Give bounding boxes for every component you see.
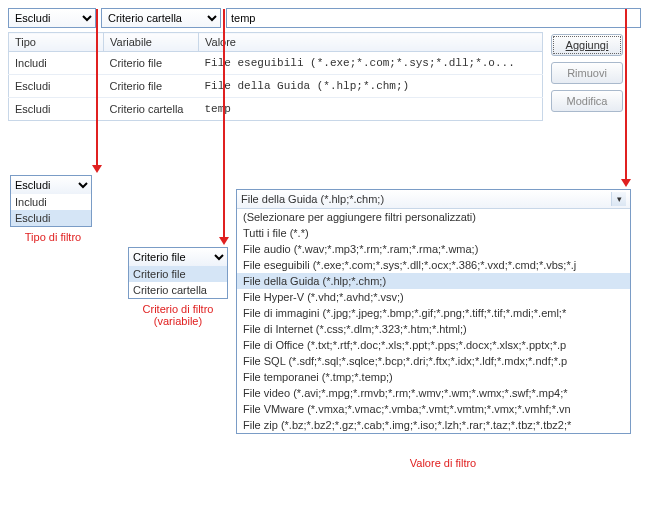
caption-criterio-filtro: Criterio di filtro (variabile) — [133, 303, 223, 327]
filter-value-header[interactable]: File della Guida (*.hlp;*.chm;) ▾ — [237, 190, 630, 209]
list-item[interactable]: File Hyper-V (*.vhd;*.avhd;*.vsv;) — [237, 289, 630, 305]
edit-button[interactable]: Modifica — [551, 90, 623, 112]
filter-variable-listbox: Criterio file Criterio file Criterio car… — [128, 247, 228, 299]
list-item[interactable]: Escludi — [11, 210, 91, 226]
list-item[interactable]: (Selezionare per aggiungere filtri perso… — [237, 209, 630, 225]
arrow-head-icon — [621, 179, 631, 187]
list-item[interactable]: File SQL (*.sdf;*.sql;*.sqlce;*.bcp;*.dr… — [237, 353, 630, 369]
filter-type-combo[interactable]: Escludi — [8, 8, 96, 28]
filter-variable-select[interactable]: Criterio file — [129, 248, 227, 266]
filter-type-listbox: Escludi Includi Escludi — [10, 175, 92, 227]
filter-value-dropdown: File della Guida (*.hlp;*.chm;) ▾ (Selez… — [236, 189, 631, 434]
col-tipo[interactable]: Tipo — [9, 33, 104, 52]
list-item[interactable]: File zip (*.bz;*.bz2;*.gz;*.cab;*.img;*.… — [237, 417, 630, 433]
arrow-line — [223, 9, 225, 237]
list-item[interactable]: File video (*.avi;*.mpg;*.rmvb;*.rm;*.wm… — [237, 385, 630, 401]
list-item[interactable]: File audio (*.wav;*.mp3;*.rm;*.ram;*.rma… — [237, 241, 630, 257]
list-item[interactable]: File di Office (*.txt;*.rtf;*.doc;*.xls;… — [237, 337, 630, 353]
list-item[interactable]: Tutti i file (*.*) — [237, 225, 630, 241]
list-item[interactable]: Criterio file — [129, 266, 227, 282]
arrow-head-icon — [219, 237, 229, 245]
list-item[interactable]: File di Internet (*.css;*.dlm;*.323;*.ht… — [237, 321, 630, 337]
list-item[interactable]: File di immagini (*.jpg;*.jpeg;*.bmp;*.g… — [237, 305, 630, 321]
table-row[interactable]: Escludi Criterio cartella temp — [9, 98, 543, 121]
col-variabile[interactable]: Variabile — [104, 33, 199, 52]
list-item[interactable]: File della Guida (*.hlp;*.chm;) — [237, 273, 630, 289]
arrow-head-icon — [92, 165, 102, 173]
filter-variable-combo[interactable]: Criterio cartella — [101, 8, 221, 28]
table-row[interactable]: Includi Criterio file File eseguibili (*… — [9, 52, 543, 75]
list-item[interactable]: File VMware (*.vmxa;*.vmac;*.vmba;*.vmt;… — [237, 401, 630, 417]
list-item[interactable]: File eseguibili (*.exe;*.com;*.sys;*.dll… — [237, 257, 630, 273]
filter-type-select[interactable]: Escludi — [11, 176, 91, 194]
list-item[interactable]: File temporanei (*.tmp;*.temp;) — [237, 369, 630, 385]
filter-value-input[interactable] — [226, 8, 641, 28]
remove-button[interactable]: Rimuovi — [551, 62, 623, 84]
filter-table: Tipo Variabile Valore Includi Criterio f… — [8, 32, 543, 121]
list-item[interactable]: Includi — [11, 194, 91, 210]
col-valore[interactable]: Valore — [199, 33, 543, 52]
arrow-line — [625, 9, 627, 179]
table-row[interactable]: Escludi Criterio file File della Guida (… — [9, 75, 543, 98]
caption-tipo-filtro: Tipo di filtro — [8, 231, 98, 243]
add-button[interactable]: Aggiungi — [551, 34, 623, 56]
chevron-down-icon[interactable]: ▾ — [611, 192, 626, 206]
arrow-line — [96, 9, 98, 165]
list-item[interactable]: Criterio cartella — [129, 282, 227, 298]
caption-valore-filtro: Valore di filtro — [383, 457, 503, 469]
